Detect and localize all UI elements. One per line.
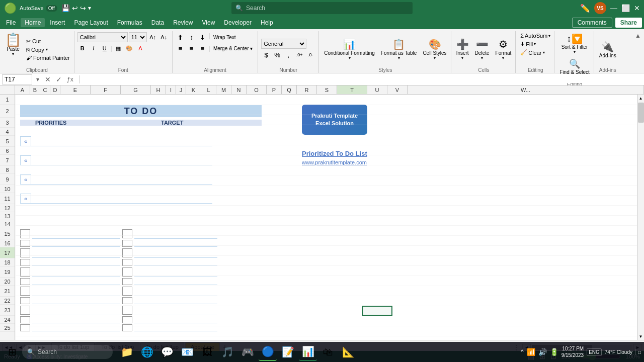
row-num-13[interactable]: 13 (0, 212, 15, 220)
format-button[interactable]: ⚙ Format ▾ (494, 37, 514, 61)
dec-increase-button[interactable]: .0+ (294, 50, 304, 60)
row-num-7[interactable]: 7 (0, 155, 15, 166)
grid-content[interactable]: TO DO PRIORITIES TARGET « (15, 95, 637, 340)
taskbar-chrome[interactable]: 🔵 (259, 343, 277, 361)
wrap-text-button[interactable]: Wrap Text (211, 32, 238, 42)
col-header-T[interactable]: T (337, 85, 367, 94)
prioritized-list-title[interactable]: Prioritized To Do List (302, 150, 453, 157)
taskbar-powerpoint[interactable]: 📐 (339, 343, 357, 361)
col-header-S[interactable]: S (317, 85, 337, 94)
col-header-N[interactable]: N (231, 85, 247, 94)
row-num-1[interactable]: 1 (0, 95, 15, 105)
datetime-area[interactable]: 10:27 PM 9/15/2023 (561, 345, 584, 358)
minimize-button[interactable]: — (610, 4, 617, 12)
priority-arrow-1[interactable]: « (20, 136, 31, 146)
row-num-2[interactable]: 2 (0, 105, 15, 118)
priority-arrow-3[interactable]: « (20, 174, 31, 185)
formula-expand-button[interactable]: ▾ (34, 76, 41, 83)
taskbar-mail[interactable]: 📧 (178, 343, 196, 361)
underline-button[interactable]: U (100, 43, 110, 53)
row-num-11[interactable]: 11 (0, 193, 15, 204)
formula-input[interactable] (84, 76, 642, 83)
conditional-formatting-button[interactable]: 📊 Conditional Formatting ▾ (322, 37, 377, 61)
redo-button[interactable]: ↪ (80, 4, 86, 12)
col-header-W[interactable]: W... (408, 85, 644, 94)
checkbox-15-2[interactable] (122, 229, 132, 238)
scroll-down-button[interactable]: ▼ (637, 333, 645, 340)
col-header-M[interactable]: M (216, 85, 231, 94)
fill-button[interactable]: ⬇ Fill ▾ (519, 40, 537, 48)
insert-function-button[interactable]: ƒx (65, 76, 75, 83)
col-header-J[interactable]: J (176, 85, 186, 94)
decrease-font-button[interactable]: A↓ (159, 32, 169, 42)
delete-button[interactable]: ➖ Delete ▾ (473, 37, 492, 61)
autosave-toggle[interactable]: Off (46, 5, 57, 12)
undo-button[interactable]: ↩ (72, 4, 78, 12)
align-left-button[interactable]: ≡ (176, 43, 186, 53)
row-num-6[interactable]: 6 (0, 147, 15, 155)
menu-page-layout[interactable]: Page Layout (70, 18, 112, 27)
align-bottom-button[interactable]: ⬇ (198, 32, 208, 42)
col-header-G[interactable]: G (121, 85, 151, 94)
checkbox-25-1[interactable] (20, 324, 30, 331)
checkbox-25-2[interactable] (122, 324, 132, 331)
collapse-ribbon-button[interactable]: ▲ (634, 31, 642, 40)
row-num-21[interactable]: 21 (0, 286, 15, 297)
checkbox-18-2[interactable] (122, 259, 132, 266)
share-button[interactable]: Share (615, 18, 642, 28)
format-as-table-button[interactable]: 📋 Format as Table ▾ (379, 37, 419, 61)
col-header-K[interactable]: K (186, 85, 201, 94)
row-num-24[interactable]: 24 (0, 316, 15, 324)
col-header-O[interactable]: O (247, 85, 267, 94)
row-num-4[interactable]: 4 (0, 128, 15, 136)
checkbox-19-1[interactable] (20, 267, 30, 277)
checkbox-21-2[interactable] (122, 287, 132, 296)
col-header-I[interactable]: I (166, 85, 176, 94)
checkbox-20-2[interactable] (122, 278, 132, 285)
row-num-5[interactable]: 5 (0, 136, 15, 147)
align-middle-button[interactable]: ↕ (187, 32, 197, 42)
bold-button[interactable]: B (77, 43, 88, 53)
checkbox-17-1[interactable] (20, 248, 30, 257)
row-num-16[interactable]: 16 (0, 239, 15, 247)
checkbox-22-2[interactable] (122, 297, 132, 304)
taskbar-search[interactable]: 🔍 Search (22, 345, 113, 359)
search-bar[interactable]: 🔍 (231, 2, 413, 14)
col-header-B[interactable]: B (30, 85, 40, 94)
col-header-Q[interactable]: Q (282, 85, 297, 94)
checkbox-16-2[interactable] (122, 240, 132, 247)
merge-center-button[interactable]: Merge & Center ▾ (211, 45, 255, 52)
col-header-C[interactable]: C (40, 85, 50, 94)
row-num-12[interactable]: 12 (0, 204, 15, 212)
cancel-formula-button[interactable]: ✕ (43, 75, 52, 83)
clear-button[interactable]: 🧹 Clear ▾ (519, 49, 546, 56)
col-header-V[interactable]: V (387, 85, 408, 94)
row-num-22[interactable]: 22 (0, 297, 15, 305)
row-num-17[interactable]: 17 (0, 247, 15, 258)
autosum-button[interactable]: Σ AutoSum ▾ (519, 32, 552, 39)
checkbox-21-1[interactable] (20, 287, 30, 296)
menu-help[interactable]: Help (257, 18, 277, 27)
col-header-R[interactable]: R (297, 85, 317, 94)
comments-button[interactable]: Comments (572, 18, 612, 28)
currency-button[interactable]: $ (261, 50, 271, 60)
checkbox-17-2[interactable] (122, 248, 132, 257)
italic-button[interactable]: I (89, 43, 99, 53)
dec-decrease-button[interactable]: .0- (305, 50, 315, 60)
align-top-button[interactable]: ⬆ (176, 32, 186, 42)
taskbar-store[interactable]: 🛍 (319, 343, 337, 361)
tray-icon-up-arrow[interactable]: ^ (521, 348, 524, 355)
priority-arrow-4[interactable]: « (20, 194, 31, 204)
checkbox-24-2[interactable] (122, 316, 132, 323)
taskbar-xbox[interactable]: 🎮 (238, 343, 257, 361)
number-format-select[interactable]: General (261, 39, 306, 49)
checkbox-24-1[interactable] (20, 316, 30, 323)
show-desktop-button[interactable]: □ (635, 349, 641, 355)
selected-cell-T17[interactable] (362, 306, 392, 316)
cell-styles-button[interactable]: 🎨 Cell Styles ▾ (421, 37, 448, 61)
taskbar-excel[interactable]: 📊 (299, 343, 317, 361)
menu-file[interactable]: File (2, 18, 20, 27)
taskbar-file-explorer[interactable]: 📁 (118, 343, 136, 361)
search-input[interactable] (246, 5, 409, 12)
col-header-L[interactable]: L (201, 85, 216, 94)
